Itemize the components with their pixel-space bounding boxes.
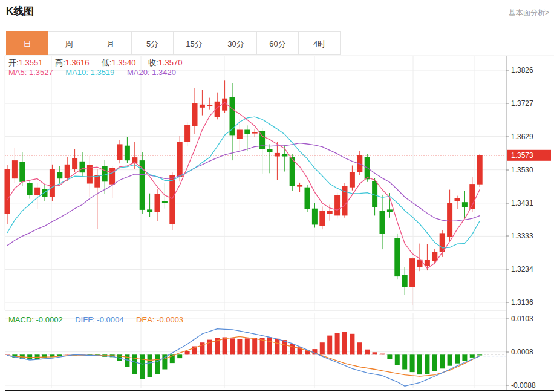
price-axis-label: 1.3136 [511,298,533,307]
ohlc-close: 收:1.3570 [148,58,182,67]
candle-body [147,209,152,212]
macd-bar [282,340,287,354]
candle-body [117,144,123,160]
ma5-item: MA5: 1.3527 [8,68,53,77]
ma-legend: MA5: 1.3527 MA10: 1.3519 MA20: 1.3420 [8,68,186,77]
macd-bar [223,338,227,355]
candle-body [409,258,415,287]
candle-body [109,168,115,184]
price-axis-label: 1.3333 [511,232,533,240]
candle-body [462,202,468,207]
current-price-badge-text: 1.3573 [511,151,533,160]
candle-body [432,252,437,261]
ma10-item: MA10: 1.3519 [65,68,114,77]
price-axis-label: 1.3234 [511,265,533,273]
price-axis-label: 1.3629 [511,132,533,141]
price-axis-label: 1.3826 [511,66,533,74]
candle-body [12,160,18,178]
macd-bar [42,354,47,358]
macd-bar [380,354,385,355]
macd-legend: MACD: -0.0002 DIFF: -0.0004 DEA: -0.0003 [8,315,194,324]
macd-bar [387,354,392,359]
candle-body [155,194,160,212]
candle-body [177,142,183,177]
low-label: 低: [102,58,112,67]
macd-bar [373,352,377,354]
macd-bar [57,354,62,356]
macd-bar [335,333,340,354]
macd-bar [432,354,437,371]
diff-value: -0.0004 [97,315,123,324]
candle-body [334,195,340,216]
macd-bar [65,354,70,354]
macd-bar [462,354,467,361]
macd-bar [320,342,325,354]
ma20-value: 1.3420 [152,68,176,77]
ma5-line [7,103,480,269]
bottom-divider [5,390,554,391]
macd-bar [140,354,145,379]
high-value: 1.3616 [65,58,90,67]
macd-bar [185,351,190,355]
ma10-label: MA10: [65,68,88,77]
macd-bar [245,338,250,354]
candle-body [305,188,310,209]
candle-body [402,275,408,287]
dea-line [7,336,480,376]
candle-body [19,162,25,181]
macd-bar [470,354,475,358]
candle-body [192,103,198,126]
candle-body [267,149,273,152]
macd-bar [425,354,429,374]
macd-bar [395,354,400,365]
macd-value: -0.0002 [36,315,63,324]
macd-bar [267,338,272,355]
macd-axis-label: -0.0088 [511,381,536,390]
macd-bar [132,354,137,374]
candle-body [252,132,258,133]
candle-body [200,105,205,108]
macd-bar [148,354,152,377]
candle-body [72,158,77,169]
close-value: 1.3570 [158,58,183,67]
diff-label: DIFF: [75,315,95,324]
candle-body [447,203,452,237]
candle-body [297,185,302,187]
macd-bar [252,338,257,355]
macd-bar [275,339,279,355]
candle-body [42,189,48,197]
candle-body [244,130,250,134]
dea-label: DEA: [136,315,154,324]
ma5-value: 1.3527 [29,68,53,77]
macd-bar [155,354,160,374]
high-label: 高: [55,58,65,67]
ma20-item: MA20: 1.3420 [127,68,176,77]
macd-bar [290,344,295,354]
candle-body [477,155,483,185]
macd-bar [410,354,415,372]
candle-body [80,162,85,172]
candle-body [440,233,445,252]
macd-bar [327,336,332,355]
ma20-label: MA20: [127,68,150,77]
candle-body [27,183,33,195]
macd-bar [177,354,182,358]
macd-bar [448,354,452,365]
macd-bar [477,354,482,355]
candle-body [5,169,10,214]
candle-body [50,169,55,197]
kline-widget: K线图 基本面分析> 日周月5分15分30分60分4时 1.38261.3727… [0,0,554,392]
candle-body [455,198,460,201]
macd-item: MACD: -0.0002 [8,315,63,324]
macd-bar [357,342,362,354]
ma5-label: MA5: [8,68,27,77]
close-label: 收: [148,58,158,67]
candle-body [34,188,40,195]
candle-body [425,260,430,266]
macd-axis-label: 0.0008 [511,348,533,356]
low-value: 1.3540 [112,58,136,67]
candle-body [184,125,190,142]
macd-bar [230,338,235,354]
dea-value: -0.0003 [157,315,183,324]
candle-body [312,209,318,225]
